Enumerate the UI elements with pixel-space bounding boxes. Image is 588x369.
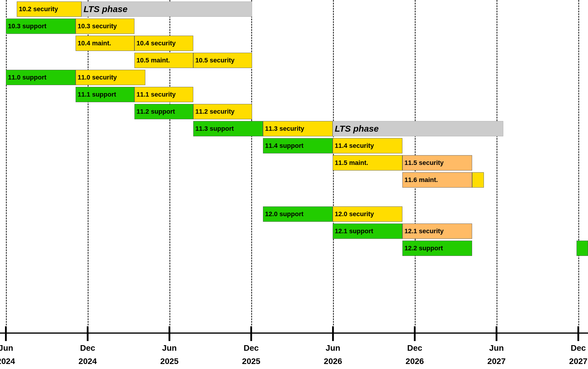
bar-5: 10.4 security: [134, 36, 193, 51]
bar-26: 12.2 support: [402, 241, 472, 256]
bar-10: 11.1 support: [76, 87, 134, 102]
bar-0: 10.2 security: [17, 1, 81, 17]
bar-2: 10.3 support: [6, 19, 76, 34]
bar-8: 11.0 support: [6, 70, 76, 85]
axis-label-2: Jun: [162, 343, 177, 353]
bar-18: 11.4 security: [333, 138, 402, 153]
dashed-line-6: [497, 0, 497, 331]
bar-20: 11.5 security: [402, 155, 472, 171]
axis-label-3: Dec: [244, 343, 259, 353]
bar-25: 12.1 security: [402, 224, 472, 239]
axis-label-6: Jun: [489, 343, 504, 353]
bar-24: 12.1 support: [333, 224, 402, 239]
axis-label-5: Dec: [407, 343, 422, 353]
axis-sublabel-7: 2027: [569, 357, 587, 366]
bar-16: LTS phase: [333, 121, 503, 136]
bar-4: 10.4 maint.: [76, 36, 134, 51]
tick-3: [250, 326, 252, 341]
dashed-line-3: [251, 0, 252, 331]
axis-sublabel-2: 2025: [160, 357, 179, 366]
axis-sublabel-5: 2026: [406, 357, 424, 366]
axis-label-0: Jun: [0, 343, 13, 353]
bar-11: 11.1 security: [134, 87, 193, 102]
tick-5: [414, 326, 416, 341]
bar-7: 10.5 security: [193, 53, 252, 68]
bar-17: 11.4 support: [263, 138, 333, 153]
axis-sublabel-6: 2027: [487, 357, 506, 366]
strip-11-6-security: [472, 172, 484, 188]
tick-6: [496, 326, 497, 341]
bar-6: 10.5 maint.: [134, 53, 193, 68]
axis-sublabel-3: 2025: [242, 357, 260, 366]
axis-label-4: Jun: [326, 343, 340, 353]
bar-19: 11.5 maint.: [333, 155, 402, 171]
tick-7: [577, 326, 579, 341]
bar-12: 11.2 support: [134, 104, 193, 119]
dashed-line-7: [578, 0, 579, 331]
tick-0: [5, 326, 7, 341]
bar-21: 11.6 maint.: [402, 172, 472, 188]
axis-label-1: Dec: [80, 343, 95, 353]
dashed-line-0: [6, 0, 7, 331]
bar-3: 10.3 security: [76, 19, 134, 34]
axis-sublabel-0: 2024: [0, 357, 15, 366]
tick-4: [332, 326, 334, 341]
axis-label-7: Dec: [571, 343, 586, 353]
bar-15: 11.3 security: [263, 121, 333, 136]
axis-sublabel-1: 2024: [79, 357, 97, 366]
tick-2: [169, 326, 170, 341]
axis-sublabel-4: 2026: [324, 357, 342, 366]
bar-23: 12.0 security: [333, 206, 402, 222]
bar-9: 11.0 security: [76, 70, 145, 85]
bar-14: 11.3 support: [193, 121, 263, 136]
bar-22: 12.0 support: [263, 206, 333, 222]
tick-1: [87, 326, 89, 341]
strip-12-2-extra: [577, 241, 588, 256]
bar-1: LTS phase: [81, 1, 252, 17]
bar-13: 11.2 security: [193, 104, 252, 119]
chart-container: 10.2 securityLTS phase10.3 support10.3 s…: [0, 0, 588, 369]
